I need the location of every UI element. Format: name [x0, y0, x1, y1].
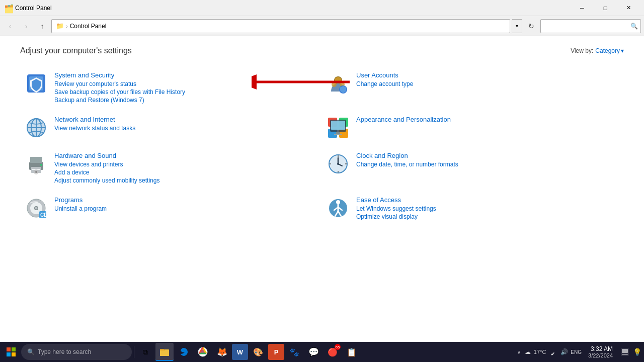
content-header: Adjust your computer's settings View by:… — [20, 46, 624, 55]
tray-keyboard[interactable]: ENG — [571, 347, 581, 357]
view-by-dropdown[interactable]: Category ▾ — [595, 47, 624, 54]
address-path[interactable]: 📁 › Control Panel — [51, 19, 510, 33]
tray-temp: 17°C — [535, 347, 545, 357]
taskbar-divider-1 — [134, 346, 134, 358]
ease-access-icon — [326, 196, 350, 220]
ease-access-link-1[interactable]: Let Windows suggest settings — [356, 205, 620, 212]
svg-rect-52 — [7, 347, 11, 351]
taskbar-edge[interactable] — [175, 343, 193, 361]
programs-link-1[interactable]: Uninstall a program — [54, 205, 318, 212]
hardware-sound-link-2[interactable]: Add a device — [54, 169, 318, 176]
taskbar-file-explorer[interactable] — [155, 343, 174, 361]
view-by-label: View by: — [571, 47, 593, 54]
ease-access-content: Ease of Access Let Windows suggest setti… — [356, 196, 620, 220]
refresh-button[interactable]: ↻ — [524, 19, 538, 33]
hardware-sound-icon — [24, 152, 48, 176]
taskbar-tray: ∧ ☁ 17°C 🔊 ENG — [515, 347, 583, 357]
address-folder-icon: 📁 — [56, 22, 64, 30]
back-button[interactable]: ‹ — [3, 19, 17, 33]
system-security-link-2[interactable]: Save backup copies of your files with Fi… — [54, 88, 318, 96]
tray-cloud[interactable]: ☁ — [523, 347, 533, 357]
svg-rect-62 — [622, 349, 628, 353]
user-accounts-link-1[interactable]: Change account type — [356, 80, 620, 87]
tray-network[interactable] — [547, 347, 557, 357]
svg-rect-63 — [622, 354, 628, 355]
address-sep: › — [66, 23, 68, 29]
taskbar-whatsapp[interactable]: 💬 — [304, 343, 323, 361]
taskbar-app6[interactable]: 🎨 — [249, 343, 267, 361]
appearance-content: Appearance and Personalization — [356, 116, 620, 125]
taskbar-firefox[interactable]: 🦊 — [213, 343, 231, 361]
taskbar-powerpoint[interactable]: P — [268, 344, 284, 360]
up-button[interactable]: ↑ — [35, 19, 49, 33]
clock-date: 3/22/2024 — [588, 352, 613, 358]
start-button[interactable] — [2, 343, 20, 361]
programs-content: Programs Uninstall a program — [54, 196, 318, 212]
minimize-button[interactable]: ─ — [571, 0, 594, 16]
search-icon: 🔍 — [630, 23, 638, 30]
network-internet-content: Network and Internet View network status… — [54, 116, 318, 132]
clock-region-title[interactable]: Clock and Region — [356, 152, 620, 159]
network-internet-link-1[interactable]: View network status and tasks — [54, 125, 318, 132]
system-security-link-3[interactable]: Backup and Restore (Windows 7) — [54, 97, 318, 104]
tray-volume[interactable]: 🔊 — [559, 347, 569, 357]
hardware-sound-link-1[interactable]: View devices and printers — [54, 161, 318, 168]
taskbar-word[interactable]: W — [232, 344, 248, 360]
category-programs: CD Programs Uninstall a program — [20, 190, 322, 226]
forward-button[interactable]: › — [19, 19, 33, 33]
svg-rect-21 — [334, 134, 342, 135]
system-security-icon — [24, 71, 48, 96]
appearance-icon — [326, 116, 350, 140]
taskbar-app10[interactable]: 🔴 65 — [324, 343, 342, 361]
taskbar-search-text: Type here to search — [38, 348, 91, 355]
hardware-sound-content: Hardware and Sound View devices and prin… — [54, 152, 318, 184]
tray-brightness[interactable]: 💡 — [632, 347, 642, 357]
taskbar-clock[interactable]: 3:32 AM 3/22/2024 — [584, 345, 617, 358]
view-by-value-text: Category — [595, 47, 620, 54]
taskbar-app11[interactable]: 📋 — [343, 343, 361, 361]
search-wrap: 🔍 — [540, 19, 641, 33]
view-by: View by: Category ▾ — [571, 47, 624, 54]
appearance-title[interactable]: Appearance and Personalization — [356, 116, 620, 123]
svg-point-28 — [35, 171, 37, 173]
categories-wrap: System and Security Review your computer… — [20, 65, 624, 226]
hardware-sound-link-3[interactable]: Adjust commonly used mobility settings — [54, 177, 318, 184]
svg-rect-57 — [160, 350, 169, 356]
taskbar-task-view[interactable]: ⧉ — [136, 343, 154, 361]
taskbar-search-icon: 🔍 — [27, 348, 35, 355]
tray-expand[interactable]: ∧ — [517, 349, 521, 355]
network-internet-title[interactable]: Network and Internet — [54, 116, 318, 123]
user-accounts-title[interactable]: User Accounts — [356, 71, 620, 79]
clock-region-content: Clock and Region Change date, time, or n… — [356, 152, 620, 168]
close-button[interactable]: ✕ — [617, 0, 640, 16]
ease-access-title[interactable]: Ease of Access — [356, 196, 620, 204]
category-appearance: Appearance and Personalization — [322, 110, 624, 146]
address-breadcrumb: Control Panel — [70, 23, 107, 30]
svg-rect-55 — [12, 352, 16, 356]
maximize-button[interactable]: □ — [594, 0, 617, 16]
category-user-accounts: User Accounts Change account type — [322, 65, 624, 110]
taskbar-app8[interactable]: 🐾 — [285, 343, 303, 361]
taskbar: 🔍 Type here to search ⧉ 🦊 W 🎨 P 🐾 💬 🔴 6 — [0, 342, 644, 362]
taskbar-chrome[interactable] — [194, 343, 212, 361]
svg-rect-54 — [7, 352, 11, 356]
clock-region-icon — [326, 152, 350, 176]
category-network-internet: Network and Internet View network status… — [20, 110, 322, 146]
address-dropdown[interactable]: ▾ — [512, 19, 522, 33]
svg-rect-20 — [336, 132, 340, 134]
category-clock-region: Clock and Region Change date, time, or n… — [322, 146, 624, 190]
ease-access-link-2[interactable]: Optimize visual display — [356, 213, 620, 220]
search-input[interactable] — [540, 19, 641, 33]
red-arrow — [252, 74, 352, 89]
programs-title[interactable]: Programs — [54, 196, 318, 204]
hardware-sound-title[interactable]: Hardware and Sound — [54, 152, 318, 159]
main-content: Adjust your computer's settings View by:… — [0, 36, 644, 342]
taskbar-search-box[interactable]: 🔍 Type here to search — [21, 344, 132, 360]
programs-icon: CD — [24, 196, 48, 220]
view-by-chevron: ▾ — [621, 47, 624, 54]
page-title: Adjust your computer's settings — [20, 46, 132, 55]
svg-point-33 — [337, 163, 339, 165]
svg-point-26 — [40, 164, 42, 166]
tray-notifications[interactable] — [620, 347, 630, 357]
clock-region-link-1[interactable]: Change date, time, or number formats — [356, 161, 620, 168]
